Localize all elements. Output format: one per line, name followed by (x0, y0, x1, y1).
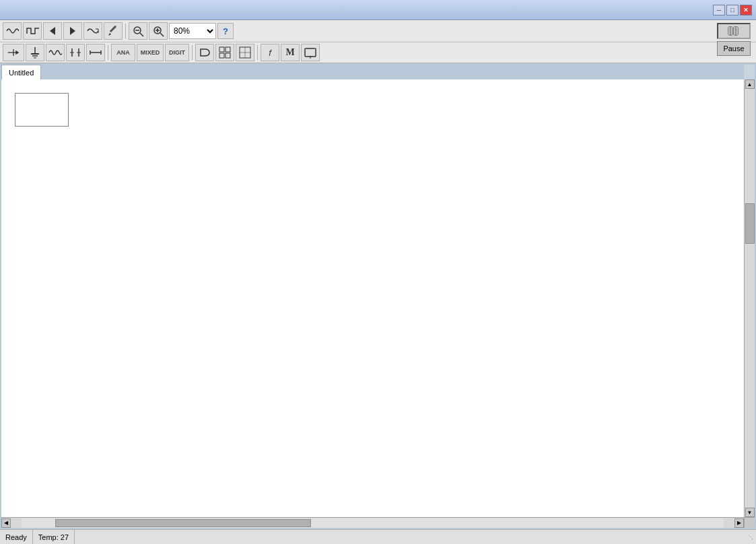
zoom-select[interactable]: 80% 50% 75% 100% 125% 150% 200% (169, 23, 216, 39)
ready-text: Ready (5, 533, 27, 541)
resize-grip[interactable]: ⋱ (745, 532, 756, 543)
waveform-button[interactable] (46, 44, 65, 61)
svg-marker-1 (70, 27, 75, 35)
svg-line-8 (160, 33, 164, 36)
cursor-button[interactable] (66, 44, 85, 61)
svg-marker-18 (15, 50, 19, 55)
help-button[interactable]: ? (217, 23, 234, 39)
canvas-work[interactable] (1, 79, 744, 517)
status-temp: Temp: 27 (33, 530, 75, 544)
zoom-out-button[interactable] (129, 22, 147, 40)
vscroll-up-button[interactable]: ▲ (745, 79, 755, 89)
close-button[interactable]: ✕ (740, 5, 752, 15)
scope-button[interactable] (236, 44, 254, 61)
hscroll-track (22, 518, 724, 528)
ground-button[interactable] (26, 44, 44, 61)
sine-tool-button[interactable] (3, 22, 22, 40)
svg-rect-33 (219, 53, 224, 58)
hscroll-left-button[interactable]: ◀ (1, 518, 11, 528)
display-button[interactable] (301, 44, 320, 61)
window-controls: ─ □ ✕ (713, 5, 752, 15)
svg-rect-38 (305, 48, 316, 57)
schematic-block (15, 93, 69, 127)
svg-rect-31 (219, 47, 224, 52)
vscroll-down-button[interactable]: ▼ (745, 508, 755, 517)
status-ready: Ready (0, 530, 33, 544)
zoom-in-button[interactable] (149, 22, 168, 40)
square-tool-button[interactable] (23, 22, 42, 40)
temp-text: Temp: 27 (38, 533, 69, 541)
status-bar: Ready Temp: 27 ⋱ (0, 529, 756, 544)
untitled-tab[interactable]: Untitled (1, 65, 41, 79)
svg-rect-32 (226, 47, 230, 52)
logic-button[interactable] (195, 44, 214, 61)
toolbar-separator-3 (192, 45, 193, 60)
back-tool-button[interactable] (43, 22, 62, 40)
hscroll-thumb[interactable] (55, 519, 311, 527)
toolbar-separator-2 (108, 45, 108, 60)
math-button[interactable]: M (281, 44, 300, 61)
canvas-area: Untitled ▲ ▼ ◀ ▶ (1, 65, 755, 528)
mixed-button[interactable]: MIXED (137, 44, 164, 61)
pattern-button[interactable] (215, 44, 234, 61)
vscrollbar: ▲ ▼ (744, 79, 755, 517)
add-channel-button[interactable] (3, 44, 24, 61)
minimize-button[interactable]: ─ (713, 5, 725, 15)
wave-tool-button[interactable] (83, 22, 102, 40)
main-content: Untitled ▲ ▼ ◀ ▶ (0, 63, 756, 529)
function-button[interactable]: f (261, 44, 279, 61)
svg-line-5 (140, 33, 143, 36)
analog-button[interactable]: ANA (111, 44, 135, 61)
corner-box (744, 517, 755, 528)
maximize-button[interactable]: □ (726, 5, 738, 15)
toolbar-separator-4 (257, 45, 258, 60)
edit-tool-button[interactable] (104, 22, 123, 40)
svg-rect-3 (110, 26, 117, 33)
measure-button[interactable] (86, 44, 105, 61)
toolbar-separator-1 (125, 24, 126, 38)
svg-marker-0 (50, 27, 55, 35)
toolbar-area: 80% 50% 75% 100% 125% 150% 200% ? Pause (0, 20, 756, 63)
toolbar-bottom: ANA MIXED DIGIT f M (0, 42, 756, 63)
hscroll-right-button[interactable]: ▶ (734, 518, 744, 528)
tab-bar: Untitled (1, 65, 744, 79)
power-button[interactable] (717, 23, 751, 39)
svg-rect-34 (226, 53, 230, 58)
forward-tool-button[interactable] (63, 22, 82, 40)
toolbar-top: 80% 50% 75% 100% 125% 150% 200% ? Pause (0, 20, 756, 42)
canvas-inner: Untitled (1, 65, 744, 517)
digital-button[interactable]: DIGIT (165, 44, 189, 61)
pause-button[interactable]: Pause (717, 41, 751, 56)
vscroll-thumb[interactable] (745, 203, 755, 244)
hscrollbar: ◀ ▶ (1, 517, 744, 528)
svg-marker-2 (108, 33, 111, 36)
title-bar: ─ □ ✕ (0, 0, 756, 20)
